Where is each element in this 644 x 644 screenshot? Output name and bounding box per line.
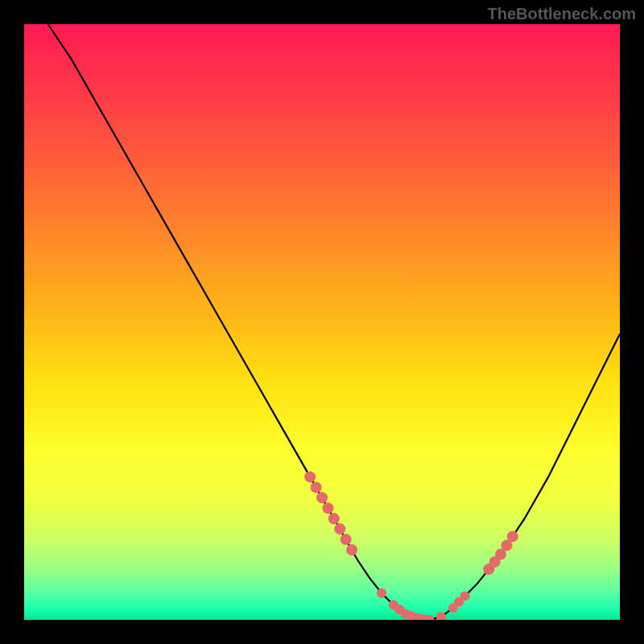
data-markers bbox=[304, 471, 518, 620]
data-point bbox=[316, 492, 328, 503]
data-point bbox=[341, 534, 352, 545]
data-point bbox=[334, 523, 345, 535]
chart-plot-area bbox=[24, 24, 620, 620]
data-point bbox=[460, 591, 470, 601]
data-point bbox=[311, 481, 322, 493]
data-point bbox=[322, 502, 333, 514]
bottleneck-curve bbox=[24, 24, 620, 620]
data-point bbox=[304, 471, 316, 482]
data-point bbox=[436, 612, 446, 620]
data-point bbox=[328, 513, 340, 524]
data-point bbox=[507, 530, 518, 542]
curve-path bbox=[48, 24, 620, 620]
watermark-text: TheBottleneck.com bbox=[488, 5, 636, 23]
data-point bbox=[377, 588, 386, 598]
data-point bbox=[346, 544, 357, 555]
